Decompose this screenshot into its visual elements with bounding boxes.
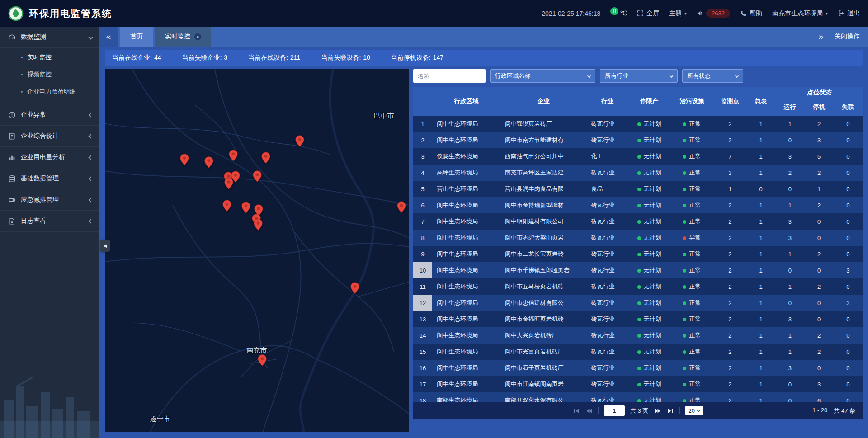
row-region: 营山生态环境局 [432, 181, 500, 197]
row-total-meters: 1 [746, 213, 775, 230]
map-pin[interactable] [253, 170, 262, 183]
status-dot-green [683, 301, 686, 305]
table-row[interactable]: 4高坪生态环境局南充市高坪区王家店建砖瓦行业无计划正常31220 [413, 165, 863, 181]
row-seq: 6 [413, 197, 432, 213]
table-row[interactable]: 11阆中生态环境局阆中市五马桥页岩机砖砖瓦行业无计划正常21120 [413, 278, 863, 295]
sidebar-item-base-data-management[interactable]: 基础数据管理 [0, 168, 99, 189]
region-filter-select[interactable]: 行政区域名称 [490, 69, 595, 83]
bullet-icon [21, 57, 23, 58]
table-row[interactable]: 16阆中生态环境局阆中市石子页岩机砖厂砖瓦行业无计划正常21300 [413, 360, 863, 376]
row-facility-status: 正常 [670, 246, 713, 262]
industry-filter-select[interactable]: 所有行业 [600, 69, 678, 83]
last-page-button[interactable] [667, 407, 674, 414]
row-stopped-count: 0 [804, 213, 833, 230]
row-monitor-points: 2 [714, 376, 746, 392]
close-operations-menu[interactable]: 关闭操作 [830, 33, 868, 41]
temperature-unit: ℃ [620, 9, 627, 17]
table-row[interactable]: 9阆中生态环境局阆中市二龙长宝页岩砖砖瓦行业无计划正常21120 [413, 246, 863, 262]
next-page-button[interactable] [654, 407, 661, 414]
table-row[interactable]: 8阆中生态环境局阆中市枣碧大梁山页岩砖瓦行业无计划异常21300 [413, 230, 863, 246]
close-icon[interactable]: × [194, 33, 201, 40]
row-region: 阆中生态环境局 [432, 344, 500, 360]
col-facility: 治污设施 [670, 87, 713, 116]
map-pin[interactable] [224, 178, 233, 190]
first-page-button[interactable] [573, 407, 580, 414]
row-facility-status: 正常 [670, 197, 713, 213]
col-point-status-group: 点位状态 [775, 87, 863, 99]
row-region: 阆中生态环境局 [432, 116, 500, 132]
sidebar-item-label: 企业用电量分析 [21, 153, 84, 161]
sidebar-skyline-art [0, 361, 99, 438]
row-lost-count: 0 [834, 148, 863, 165]
row-lost-count: 0 [834, 197, 863, 213]
status-text: 正常 [689, 348, 701, 355]
sidebar-item-label: 基础数据管理 [21, 174, 84, 183]
tabs-container: 首页实时监控× [120, 27, 211, 47]
sidebar-item-data-monitoring[interactable]: 数据监测 [0, 27, 99, 48]
table-row[interactable]: 15阆中生态环境局阆中市光富页岩机砖厂砖瓦行业无计划正常21120 [413, 344, 863, 360]
map-pin[interactable] [241, 202, 250, 214]
tab-scroll-right-button[interactable]: » [812, 32, 830, 42]
table-row[interactable]: 2阆中生态环境局阆中市南方节能建材有砖瓦行业无计划正常21030 [413, 132, 863, 148]
sidebar-item-enterprise-power-load-detail[interactable]: 企业电力负荷明细 [0, 83, 99, 100]
tab-label: 首页 [130, 33, 143, 41]
fullscreen-button[interactable]: 全屏 [637, 9, 659, 18]
map-pin[interactable] [397, 201, 406, 213]
sidebar-item-video-monitoring[interactable]: 视频监控 [0, 66, 99, 83]
theme-menu[interactable]: 主题 ▾ [669, 9, 687, 18]
table-row[interactable]: 7阆中生态环境局阆中明阳建材有限公司砖瓦行业无计划正常21300 [413, 213, 863, 230]
row-monitor-points: 2 [714, 262, 746, 278]
page-size-select[interactable]: 20 [685, 406, 703, 415]
status-text: 无计划 [644, 218, 661, 225]
row-lost-count: 0 [834, 344, 863, 360]
name-filter-input[interactable] [413, 69, 486, 83]
table-row[interactable]: 1阆中生态环境局阆中强锐页岩砖厂砖瓦行业无计划正常21120 [413, 116, 863, 132]
row-limit-status: 无计划 [628, 213, 670, 230]
page-number-input[interactable] [604, 405, 625, 416]
status-text: 无计划 [644, 299, 661, 306]
table-row[interactable]: 13阆中生态环境局阆中市金福旺页岩机砖砖瓦行业无计划正常21300 [413, 311, 863, 327]
table-row[interactable]: 17阆中生态环境局阆中市江南镇阆南页岩砖瓦行业无计划正常21030 [413, 376, 863, 392]
sidebar-item-realtime-monitoring[interactable]: 实时监控 [0, 49, 99, 66]
map-pin[interactable] [258, 354, 267, 367]
map-pin[interactable] [180, 154, 189, 166]
map-pin[interactable] [261, 152, 270, 164]
table-row[interactable]: 12阆中生态环境局阆中市忠信建材有限公砖瓦行业无计划正常21003 [413, 295, 863, 311]
table-row[interactable]: 14阆中生态环境局阆中大兴页岩机砖厂砖瓦行业无计划正常21120 [413, 327, 863, 344]
table-row[interactable]: 10阆中生态环境局阆中市千佛镇五郎垭页岩砖瓦行业无计划正常21003 [413, 262, 863, 278]
row-monitor-points: 2 [714, 116, 746, 132]
table-row[interactable]: 6阆中生态环境局阆中市金博瑞新型墙材砖瓦行业无计划正常21120 [413, 197, 863, 213]
record-range-label: 1 - 20 共 47 条 [812, 407, 855, 415]
database-icon [8, 175, 16, 183]
status-filter-select[interactable]: 所有状态 [682, 69, 743, 83]
prev-page-button[interactable] [585, 407, 593, 414]
table-row[interactable]: 5营山生态环境局营山县润丰肉食品有限食品无计划正常10010 [413, 181, 863, 197]
row-running-count: 3 [775, 230, 804, 246]
sidebar-item-label: 企业综合统计 [21, 132, 84, 140]
sidebar-item-emergency-reduction[interactable]: 应急减排管理 [0, 189, 99, 211]
logout-button[interactable]: 退出 [838, 9, 860, 18]
map-pin[interactable] [222, 200, 231, 212]
tab-scroll-left-button[interactable]: « [99, 27, 118, 47]
sidebar-item-log-view[interactable]: 日志查看 [0, 211, 99, 232]
tab-realtime-monitoring[interactable]: 实时监控× [155, 27, 211, 47]
map-pin[interactable] [295, 135, 304, 147]
bar-chart-icon [8, 154, 16, 161]
map-pin[interactable] [204, 156, 213, 169]
help-button[interactable]: 帮助 [740, 9, 762, 18]
sidebar-item-electricity-analysis[interactable]: 企业用电量分析 [0, 147, 99, 168]
panel-collapse-button[interactable]: ◀ [100, 240, 110, 252]
map-panel[interactable]: 巴中市南充市遂宁市 [105, 69, 409, 432]
table-row[interactable]: 18南部生态环境局南部县双化水泥有限公砖瓦行业无计划正常21060 [413, 392, 863, 402]
row-stopped-count: 0 [804, 311, 833, 327]
map-pin[interactable] [350, 282, 359, 294]
map-pin[interactable] [229, 150, 238, 162]
map-pin[interactable] [254, 219, 263, 231]
sidebar-item-enterprise-statistics[interactable]: 企业综合统计 [0, 126, 99, 147]
sidebar-item-enterprise-abnormal[interactable]: 企业异常 [0, 104, 99, 126]
status-dot-green [683, 155, 686, 159]
org-menu[interactable]: 南充市生态环境局 ▾ [772, 9, 828, 18]
tab-home[interactable]: 首页 [120, 27, 153, 47]
notification-button[interactable]: 2632 [697, 9, 730, 18]
table-row[interactable]: 3仪陇生态环境局西南油气田分公司川中化工无计划正常71350 [413, 148, 863, 165]
